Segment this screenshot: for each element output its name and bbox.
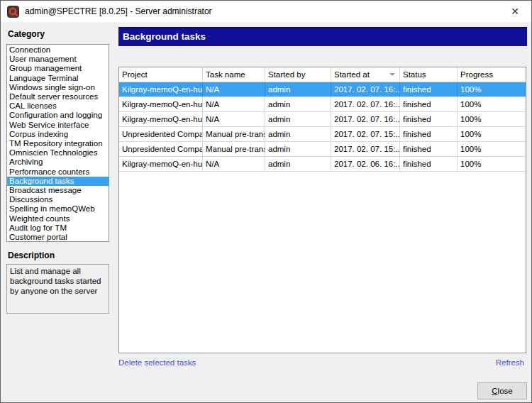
- column-header-status[interactable]: Status: [400, 67, 458, 82]
- cell-task-name: Manual pre-transl...: [203, 127, 265, 141]
- table-row[interactable]: Unpresidented Company-...Manual pre-tran…: [119, 127, 526, 142]
- cell-task-name: N/A: [203, 97, 265, 111]
- column-header-project[interactable]: Project: [119, 67, 203, 82]
- close-icon: ✕: [511, 6, 519, 16]
- cell-progress: 100%: [458, 142, 526, 156]
- cell-started-at: 2017. 02. 07. 16:...: [331, 97, 400, 111]
- sidebar-item-language-terminal[interactable]: Language Terminal: [7, 74, 109, 83]
- sidebar-item-audit-log-for-tm[interactable]: Audit log for TM: [7, 223, 109, 233]
- cell-status: finished: [400, 157, 458, 171]
- cell-task-name: N/A: [203, 82, 265, 96]
- description-box: List and manage all background tasks sta…: [6, 264, 109, 314]
- table-row[interactable]: Kilgray-memoQ-en-hu4N/Aadmin2017. 02. 06…: [119, 157, 526, 172]
- cell-status: finished: [400, 82, 458, 96]
- category-list: ConnectionUser managementGroup managemen…: [6, 44, 109, 242]
- window-title: admin@SPECTRE [8.0.25] - Server administ…: [25, 6, 212, 16]
- cell-started-at: 2017. 02. 07. 15:...: [331, 127, 400, 141]
- memoq-app-icon: [7, 6, 19, 18]
- background-tasks-table: ProjectTask nameStarted byStarted atStat…: [118, 67, 526, 353]
- table-row[interactable]: Kilgray-memoQ-en-huN/Aadmin2017. 02. 07.…: [119, 97, 526, 112]
- sidebar-item-performance-counters[interactable]: Performance counters: [7, 167, 109, 177]
- sidebar-item-cal-licenses[interactable]: CAL licenses: [7, 101, 109, 111]
- column-header-label: Project: [122, 70, 148, 79]
- table-body: Kilgray-memoQ-en-hu3N/Aadmin2017. 02. 07…: [119, 82, 526, 172]
- window-titlebar: admin@SPECTRE [8.0.25] - Server administ…: [1, 1, 531, 22]
- cell-project: Kilgray-memoQ-en-hu3: [119, 82, 203, 96]
- page-title: Background tasks: [123, 31, 206, 42]
- cell-status: finished: [400, 127, 458, 141]
- sidebar-item-discussions[interactable]: Discussions: [7, 195, 109, 204]
- column-header-started-by[interactable]: Started by: [265, 67, 331, 82]
- column-header-label: Task name: [206, 70, 245, 79]
- sidebar-item-broadcast-message[interactable]: Broadcast message: [7, 186, 109, 195]
- sidebar-item-configuration-and-logging[interactable]: Configuration and logging: [7, 111, 109, 120]
- cell-project: Kilgray-memoQ-en-hu: [119, 97, 203, 111]
- cell-project: Unpresidented Company-...: [119, 127, 203, 141]
- category-label: Category: [8, 29, 45, 39]
- column-header-progress[interactable]: Progress: [458, 67, 526, 82]
- close-button[interactable]: Close: [477, 382, 527, 399]
- cell-project: Unpresidented Company-...: [119, 142, 203, 156]
- cell-progress: 100%: [458, 82, 526, 96]
- table-row[interactable]: Unpresidented Company-...Manual pre-tran…: [119, 142, 526, 157]
- cell-progress: 100%: [458, 157, 526, 171]
- cell-started-by: admin: [265, 112, 331, 126]
- column-header-started-at[interactable]: Started at: [331, 67, 400, 82]
- cell-started-at: 2017. 02. 06. 16:...: [331, 157, 400, 171]
- server-administrator-window: admin@SPECTRE [8.0.25] - Server administ…: [0, 0, 532, 403]
- sidebar-item-corpus-indexing[interactable]: Corpus indexing: [7, 130, 109, 139]
- cell-started-at: 2017. 02. 07. 15:...: [331, 142, 400, 156]
- table-header-row: ProjectTask nameStarted byStarted atStat…: [119, 67, 526, 82]
- cell-started-at: 2017. 02. 07. 16:...: [331, 82, 400, 96]
- cell-task-name: Manual pre-transl...: [203, 142, 265, 156]
- description-label: Description: [8, 250, 55, 260]
- cell-status: finished: [400, 142, 458, 156]
- sidebar-item-connection[interactable]: Connection: [7, 45, 109, 55]
- sidebar-item-web-service-interface[interactable]: Web Service interface: [7, 121, 109, 130]
- cell-progress: 100%: [458, 97, 526, 111]
- column-header-task-name[interactable]: Task name: [203, 67, 265, 82]
- sidebar-item-background-tasks[interactable]: Background tasks: [7, 177, 109, 186]
- cell-progress: 100%: [458, 127, 526, 141]
- cell-started-by: admin: [265, 82, 331, 96]
- sidebar-item-group-management[interactable]: Group management: [7, 64, 109, 73]
- sidebar-item-tm-repository-integration[interactable]: TM Repository integration: [7, 139, 109, 148]
- table-row[interactable]: Kilgray-memoQ-en-hu3N/Aadmin2017. 02. 07…: [119, 82, 526, 97]
- description-text: List and manage all background tasks sta…: [10, 267, 101, 295]
- cell-status: finished: [400, 97, 458, 111]
- cell-started-by: admin: [265, 127, 331, 141]
- sort-desc-icon: [389, 73, 395, 76]
- refresh-link[interactable]: Refresh: [496, 358, 524, 367]
- window-close-button[interactable]: ✕: [499, 1, 531, 22]
- sidebar-item-default-server-resources[interactable]: Default server resources: [7, 92, 109, 101]
- sidebar-item-archiving[interactable]: Archiving: [7, 158, 109, 167]
- page-header: Background tasks: [118, 27, 527, 46]
- delete-selected-tasks-link[interactable]: Delete selected tasks: [118, 358, 196, 367]
- sidebar-item-user-management[interactable]: User management: [7, 55, 109, 64]
- column-header-label: Started at: [334, 70, 370, 79]
- cell-project: Kilgray-memoQ-en-hu4: [119, 157, 203, 171]
- sidebar-item-omniscien-technologies[interactable]: Omniscien Technologies: [7, 148, 109, 158]
- sidebar-item-windows-single-sign-on[interactable]: Windows single sign-on: [7, 83, 109, 92]
- cell-status: finished: [400, 112, 458, 126]
- cell-started-by: admin: [265, 142, 331, 156]
- cell-project: Kilgray-memoQ-en-hu2: [119, 112, 203, 126]
- cell-started-by: admin: [265, 157, 331, 171]
- sidebar-item-customer-portal[interactable]: Customer portal: [7, 233, 109, 242]
- sidebar-item-spelling-in-memoqweb[interactable]: Spelling in memoQWeb: [7, 204, 109, 214]
- cell-task-name: N/A: [203, 112, 265, 126]
- cell-started-at: 2017. 02. 07. 16:...: [331, 112, 400, 126]
- column-header-label: Started by: [268, 70, 305, 79]
- column-header-label: Progress: [460, 70, 493, 79]
- cell-started-by: admin: [265, 97, 331, 111]
- table-row[interactable]: Kilgray-memoQ-en-hu2N/Aadmin2017. 02. 07…: [119, 112, 526, 127]
- column-header-label: Status: [403, 70, 426, 79]
- cell-progress: 100%: [458, 112, 526, 126]
- sidebar-item-weighted-counts[interactable]: Weighted counts: [7, 214, 109, 223]
- cell-task-name: N/A: [203, 157, 265, 171]
